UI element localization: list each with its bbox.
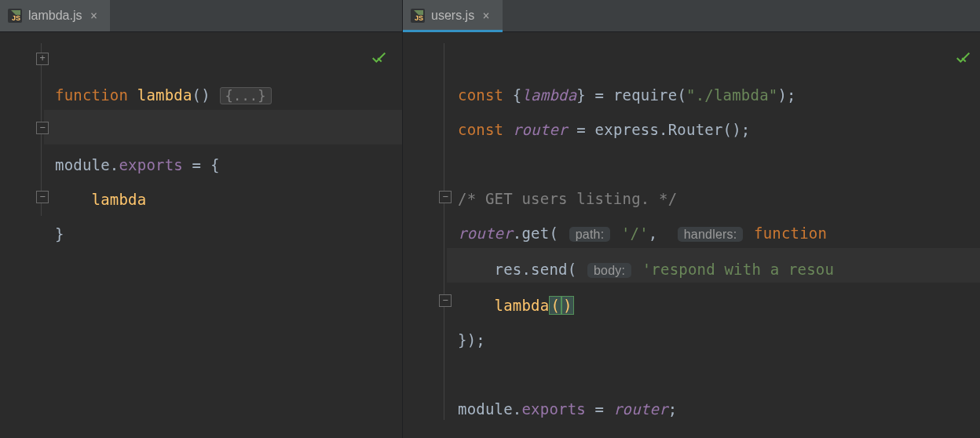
tab-bar-right: JS users.js × xyxy=(403,0,980,32)
fold-collapse-icon[interactable] xyxy=(36,122,49,134)
close-icon[interactable]: × xyxy=(481,9,492,23)
fold-collapse-icon[interactable] xyxy=(439,191,452,203)
folded-code-placeholder[interactable]: {...} xyxy=(220,87,272,104)
fold-collapse-icon[interactable] xyxy=(36,191,49,203)
code-editor-right[interactable]: const {lambda} = require("./lambda"); co… xyxy=(403,32,980,438)
inlay-hint-path: path: xyxy=(569,227,611,242)
editor-pane-right: JS users.js × const {lambda} = require("… xyxy=(402,0,980,438)
tab-users-js[interactable]: JS users.js × xyxy=(403,0,503,31)
tab-filename: lambda.js xyxy=(28,9,82,23)
tab-lambda-js[interactable]: JS lambda.js × xyxy=(0,0,110,31)
tab-filename: users.js xyxy=(431,9,474,23)
editor-pane-left: JS lambda.js × function lambda() {...} m… xyxy=(0,0,402,438)
js-file-icon: JS xyxy=(411,9,425,23)
bracket-match: ( xyxy=(549,296,561,315)
tab-bar-left: JS lambda.js × xyxy=(0,0,402,32)
inlay-hint-handlers: handlers: xyxy=(678,227,744,242)
fold-expand-icon[interactable] xyxy=(36,53,49,65)
js-file-icon: JS xyxy=(8,9,22,23)
bracket-match: ) xyxy=(561,296,574,315)
inlay-hint-body: body: xyxy=(587,263,631,278)
close-icon[interactable]: × xyxy=(88,9,99,23)
fold-collapse-icon[interactable] xyxy=(439,294,452,307)
code-editor-left[interactable]: function lambda() {...} module.exports =… xyxy=(0,32,402,438)
